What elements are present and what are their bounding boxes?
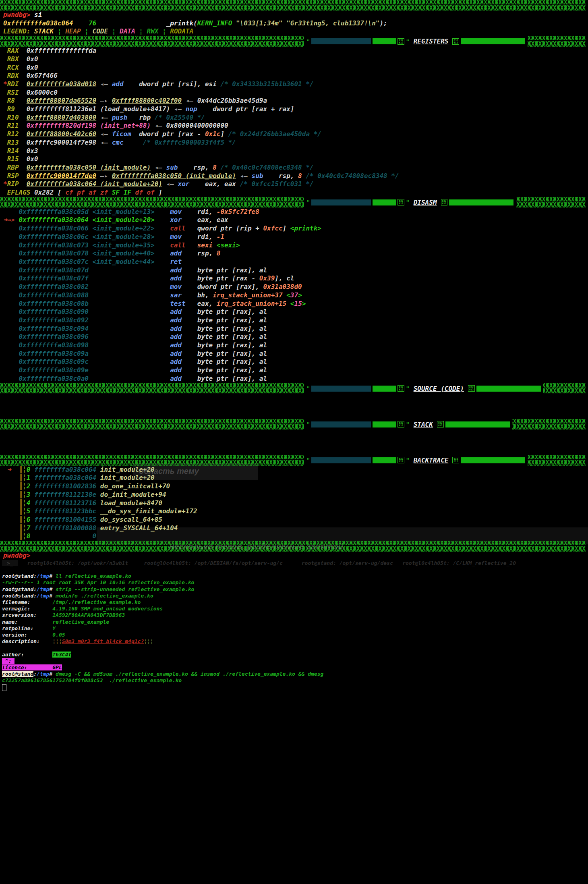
token: rbp — [127, 114, 151, 121]
token: ll reflective_example.ko — [56, 573, 131, 579]
token: SF IF — [112, 189, 131, 196]
disasm-panel: 0xffffffffa038c05d <init_module+13> mov … — [0, 208, 588, 383]
token: add — [170, 266, 197, 274]
token — [3, 499, 19, 507]
terminal-line: 0xffffffffa038c06c <init_module+28> mov … — [3, 233, 588, 241]
token: /tmp — [37, 593, 49, 599]
missing-glyph-box: 032612 — [452, 38, 459, 45]
terminal-line: 0xffffffffa038c094 add byte ptr [rax], a… — [3, 325, 588, 333]
token: byte ptr [rax], al — [197, 358, 267, 365]
disasm-title: DISASM — [411, 199, 439, 206]
token: sar — [170, 291, 197, 299]
token: ffffffff81123716 — [34, 499, 96, 507]
token — [30, 599, 52, 605]
terminal-line: 0xffffffffa038c092 add byte ptr [rax], a… — [3, 316, 588, 325]
token: ret — [170, 258, 197, 266]
token: ^: — [2, 658, 14, 664]
terminal-line: 0xffffffffa038c066 <init_module+22> call… — [3, 224, 588, 233]
terminal-line: LEGEND: STACK ¦ HEAP ¦ CODE ¦ DATA ¦ RWX… — [3, 27, 588, 36]
quote-mark: " — [306, 385, 310, 392]
token: RAX — [3, 47, 27, 54]
terminal-line: RBX 0x0 — [3, 55, 588, 64]
token: 1 — [27, 474, 34, 481]
token — [30, 606, 52, 612]
separator-block — [449, 199, 513, 205]
token: 0xffff88807d403800 — [27, 114, 96, 121]
separator-block — [311, 386, 371, 392]
token: byte ptr [rax], al — [197, 341, 267, 349]
missing-glyph-box: 032612 — [452, 457, 459, 463]
token: CODE — [93, 27, 108, 35]
backtrace-title: BACKTRACE — [411, 457, 451, 464]
terminal-line — [2, 645, 588, 651]
token: ffffffff81123bbc — [34, 507, 96, 515]
text-cursor[interactable] — [2, 684, 6, 691]
token: add — [170, 341, 197, 349]
token: 8 — [213, 164, 217, 171]
token: dword ptr [rax + rax] — [197, 105, 294, 113]
token: "\033[1;34m" — [236, 19, 283, 27]
token: 0xffffffffa038c09c — [3, 358, 170, 365]
token: add — [170, 274, 197, 282]
token — [283, 291, 287, 299]
token: R15 — [3, 155, 27, 163]
token: dword ptr [rsi], esi — [124, 80, 217, 88]
token: strip --strip-unneeded reflective_exampl… — [56, 586, 194, 592]
token: ║╎ — [19, 532, 27, 540]
missing-glyph-box: 032612 — [398, 38, 404, 45]
token: Y — [52, 625, 56, 631]
terminal-line: -rw-r--r-- 1 root root 35K Apr 10 10:16 … — [2, 579, 588, 586]
token: 0xffffffffa038c05d <init_module+13> — [3, 208, 170, 216]
token: byte ptr [rax], al — [197, 375, 267, 382]
token: ficom — [112, 130, 131, 138]
token: ¦ — [158, 27, 170, 35]
token: root@stand — [2, 671, 33, 677]
token: 0xffffffffa038c07d — [3, 266, 170, 274]
token: version: — [2, 632, 27, 638]
terminal-line: 0xffffffffa038c096 add byte ptr [rax], a… — [3, 333, 588, 341]
token: 0xffff88807da65520 — [27, 97, 96, 104]
separator-block — [373, 386, 396, 392]
token: 0xffffffff820df198 (init_net+88) — [27, 122, 151, 129]
token: 0xffffffffa038c07f — [3, 274, 170, 282]
terminal-line: 0xffffffffa038c05d <init_module+13> mov … — [3, 208, 588, 216]
token: RBP — [3, 164, 27, 171]
token: * — [3, 80, 7, 88]
token: root@l0c4lh05t: /opt/DEBIAN/fs/opt/serv-… — [144, 560, 282, 566]
token: : — [33, 593, 37, 599]
token: mov — [170, 283, 197, 291]
token: eax, eax — [189, 180, 236, 188]
token: description: — [2, 638, 40, 644]
token: ◂— — [182, 97, 197, 104]
missing-glyph-box: 032612 — [398, 421, 404, 427]
quote-mark: " — [406, 38, 409, 45]
terminal-line: 0xffffffffa038c064 76 _printk(KERN_INFO … — [3, 19, 588, 28]
token: mov — [170, 208, 197, 216]
token: -1 — [217, 233, 224, 241]
token: 0xffff88800c402c60 — [27, 130, 96, 138]
missing-glyph-box: 032612 — [441, 199, 448, 205]
token: 0xffffffffa038c098 — [3, 341, 170, 349]
token: reflective_example — [52, 619, 109, 625]
token: 0x0 — [27, 64, 38, 71]
terminal-line: RSI 0x6000c0 — [3, 89, 588, 97]
token — [3, 524, 19, 532]
token: /* 0x24df26bb3ae450da */ — [224, 130, 321, 138]
token: sexi — [197, 241, 217, 249]
token: ║╎ — [19, 516, 27, 523]
terminal-line: RCX 0x0 — [3, 64, 588, 72]
token: RSP — [3, 172, 27, 180]
terminal-line: ➜ ║╎0 ffffffffa038c064 init_module+20 — [3, 466, 588, 474]
token: S0m3 m0r3 f4t bl4ck m4g1c? — [62, 638, 144, 644]
token: ◂— — [170, 105, 186, 113]
token: ffffffff81002836 — [34, 482, 96, 490]
pwndbg-prompt[interactable]: pwndbg> — [0, 552, 588, 560]
token: pwndbg> — [3, 552, 34, 559]
token: add — [170, 249, 197, 257]
quote-mark: " — [306, 199, 310, 205]
token: 0xffffffffa038c0a0 — [3, 375, 170, 382]
terminal-line: 0xffffffffa038c090 add byte ptr [rax], a… — [3, 308, 588, 316]
lattice-pattern: ЖXЖXЖXЖXЖXЖXЖXЖXЖXЖXЖXЖXЖXЖXЖXЖXЖXЖXЖXЖX… — [0, 0, 588, 11]
token: name: — [2, 619, 18, 625]
terminal-line: R15 0x0 — [3, 155, 588, 164]
